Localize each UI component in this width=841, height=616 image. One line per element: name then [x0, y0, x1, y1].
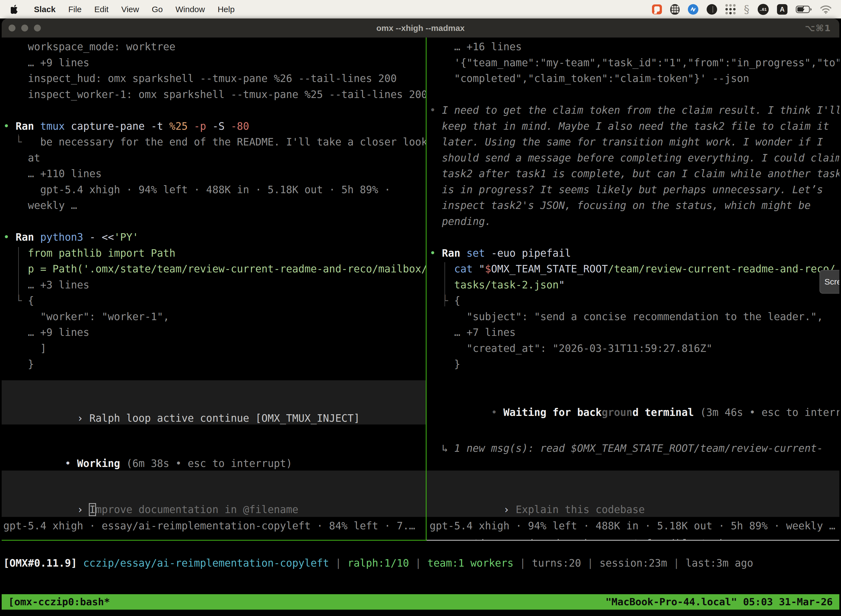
leader-prompt-input[interactable]: › Improve documentation in @filename [1, 486, 298, 502]
bullet-icon: • [65, 458, 77, 469]
leader-model-status-line: gpt-5.4 xhigh · essay/ai-reimplementatio… [3, 518, 415, 534]
pane-border-active [1, 540, 426, 541]
apple-icon [11, 5, 18, 14]
desktop: Slack File Edit View Go Window Help § ..… [0, 0, 841, 616]
pie-chart-icon[interactable] [707, 4, 717, 15]
window-title: omx --xhigh --madmax [1, 23, 840, 33]
prompt-placeholder: mprove documentation in @filename [95, 504, 298, 516]
terminal-window: omx --xhigh --madmax ⌥⌘1 workspace_mode:… [1, 19, 840, 616]
worker-prompt-box[interactable]: › Explain this codebase [426, 471, 840, 517]
dots-grid-icon[interactable] [725, 4, 736, 14]
text-cursor: I [89, 504, 95, 516]
ralph-loop-text: Ralph loop active continue [OMX_TMUX_INJ… [89, 412, 360, 424]
menu-item-file[interactable]: File [62, 5, 88, 14]
pane-border-inactive [426, 540, 840, 541]
menu-item-window[interactable]: Window [169, 5, 211, 14]
output-connector-line [18, 247, 19, 297]
apple-menu[interactable] [9, 5, 20, 14]
menu-item-go[interactable]: Go [145, 5, 169, 14]
pane-leader[interactable]: workspace_mode: worktree … +9 lines insp… [1, 38, 426, 540]
terminal-content: workspace_mode: worktree … +9 lines insp… [1, 38, 840, 616]
battery-icon[interactable] [796, 5, 812, 13]
output-connector-line [18, 134, 19, 142]
omx-session-status-bar: [OMX#0.11.9] cczip/essay/ai-reimplementa… [3, 555, 753, 571]
screen-recording-icon[interactable] [652, 4, 662, 14]
worker-prompt-input[interactable]: › Explain this codebase [426, 486, 645, 502]
ralph-loop-banner: › Ralph loop active continue [OMX_TMUX_I… [1, 380, 426, 424]
menu-item-slack[interactable]: Slack [28, 5, 62, 14]
menu-item-edit[interactable]: Edit [88, 5, 115, 14]
screen-tooltip: Scre [819, 270, 840, 294]
wifi-icon[interactable] [820, 5, 832, 14]
leader-scrollback: workspace_mode: worktree … +9 lines insp… [3, 39, 426, 372]
menu-item-help[interactable]: Help [211, 5, 241, 14]
window-shortcut-badge: ⌥⌘1 [805, 23, 831, 34]
section-hook-icon[interactable]: § [744, 4, 749, 15]
tmux-host-clock-label: "MacBook-Pro-44.local" 05:03 31-Mar-26 [605, 594, 833, 610]
pane-divider[interactable] [426, 38, 426, 540]
prompt-chevron-icon: › [77, 504, 89, 516]
window-titlebar[interactable]: omx --xhigh --madmax ⌥⌘1 [1, 19, 840, 38]
menu-bar: Slack File Edit View Go Window Help § ..… [0, 0, 841, 19]
chevron-icon: › [77, 412, 89, 424]
output-connector-line [444, 262, 445, 307]
menu-bar-left: Slack File Edit View Go Window Help [0, 5, 241, 14]
leader-prompt-box[interactable]: › Improve documentation in @filename [1, 471, 426, 517]
menu-bar-status-icons: § ..61 A [652, 4, 841, 15]
tmux-status-bar: [omx-cczip0:bash* "MacBook-Pro-44.local"… [1, 594, 840, 610]
blue-app-icon[interactable] [688, 4, 698, 15]
prompt-placeholder: Explain this codebase [516, 504, 645, 516]
percent-badge-icon[interactable]: ..61 [757, 4, 769, 15]
menu-item-view[interactable]: View [115, 5, 145, 14]
worker-model-status-line: gpt-5.4 xhigh · 94% left · 488K in · 5.1… [429, 518, 835, 534]
prompt-chevron-icon: › [503, 504, 516, 516]
pane-worker[interactable]: … +16 lines '{"team_name":"my-team","tas… [426, 38, 840, 540]
tmux-session-window-label[interactable]: [omx-cczip0:bash* [8, 594, 110, 610]
keyboard-input-icon[interactable]: A [777, 4, 787, 15]
worker-scrollback: … +16 lines '{"team_name":"my-team","tas… [429, 39, 840, 372]
shield-grid-icon[interactable] [670, 4, 680, 15]
